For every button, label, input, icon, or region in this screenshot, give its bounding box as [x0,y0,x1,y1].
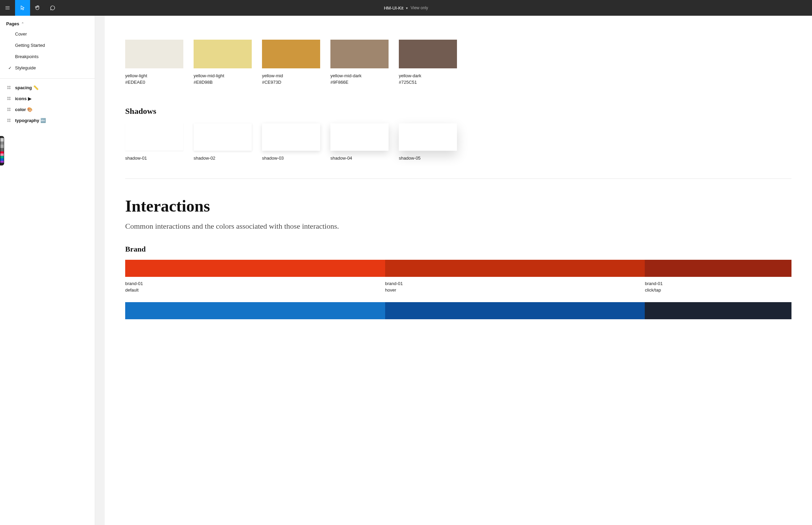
section-divider [125,178,791,179]
layer-label: typography 🔤 [15,118,46,123]
shadow-04[interactable]: shadow-04 [330,123,389,161]
layer-item-color[interactable]: color 🎨 [0,104,95,115]
brand-01-default[interactable]: brand-01 default [125,260,385,293]
pages-section: Pages ⌃ Cover Getting Started Breakpoint… [0,16,95,79]
brand-state: hover [385,287,645,293]
frame-icon [6,96,12,101]
color-chip [194,40,252,68]
shadow-box [262,123,320,151]
brand-01-hover[interactable]: brand-01 hover [385,260,645,293]
swatch-yellow-mid-light[interactable]: yellow-mid-light #E8D98B [194,40,252,85]
yellow-swatch-row: yellow-light #EDEAE0 yellow-mid-light #E… [125,40,791,85]
swatch-name: yellow-mid [262,73,320,78]
swatch-name: yellow-dark [399,73,457,78]
chevron-down-icon: ▾ [406,6,408,10]
comment-icon [50,5,56,11]
color-chip [399,40,457,68]
layer-item-typography[interactable]: typography 🔤 [0,115,95,126]
color-bar [645,302,791,319]
brand-row-1: brand-01 default brand-01 hover brand-01… [125,260,791,293]
workspace: Pages ⌃ Cover Getting Started Breakpoint… [0,16,812,525]
color-bar [645,260,791,277]
hamburger-icon [4,5,11,11]
brand-name: brand-01 [385,281,645,286]
menu-button[interactable] [0,0,15,16]
swatch-hex: #EDEAE0 [125,80,183,85]
left-sidebar: Pages ⌃ Cover Getting Started Breakpoint… [0,16,95,525]
color-chip [262,40,320,68]
shadow-row: shadow-01 shadow-02 shadow-03 shadow-04 … [125,123,791,161]
brand-heading: Brand [125,245,791,254]
color-bar [125,302,385,319]
shadow-05[interactable]: shadow-05 [399,123,457,161]
swatch-yellow-mid-dark[interactable]: yellow-mid-dark #9F866E [330,40,389,85]
color-chip [330,40,389,68]
page-label: Styleguide [15,65,36,70]
color-chip [125,40,183,68]
shadow-box [125,123,183,151]
page-label: Getting Started [15,43,45,48]
pages-header[interactable]: Pages ⌃ [0,19,95,28]
color-strip-widget[interactable] [0,136,4,165]
brand-02-hover[interactable] [385,302,645,319]
interactions-heading: Interactions [125,197,791,215]
chevron-up-icon: ⌃ [21,22,24,26]
shadow-name: shadow-04 [330,156,389,161]
swatch-hex: #E8D98B [194,80,252,85]
page-item-styleguide[interactable]: Styleguide [0,62,95,73]
move-tool-button[interactable] [15,0,30,16]
swatch-yellow-dark[interactable]: yellow-dark #725C51 [399,40,457,85]
layer-label: spacing 📏 [15,85,39,90]
swatch-hex: #CE973D [262,80,320,85]
document-title: HM-UI-Kit [384,5,403,11]
brand-row-2 [125,302,791,319]
color-bar [385,260,645,277]
shadow-02[interactable]: shadow-02 [194,123,252,161]
shadow-box [330,123,389,151]
page-label: Cover [15,31,27,37]
layer-label: icons ▶ [15,96,31,101]
canvas-frame: yellow-light #EDEAE0 yellow-mid-light #E… [105,16,812,525]
layer-item-icons[interactable]: icons ▶ [0,93,95,104]
interactions-subtitle: Common interactions and the colors assoc… [125,221,791,232]
document-title-group[interactable]: HM-UI-Kit ▾ View only [384,5,428,11]
swatch-name: yellow-mid-dark [330,73,389,78]
brand-01-click[interactable]: brand-01 click/tap [645,260,791,293]
color-bar [385,302,645,319]
page-label: Breakpoints [15,54,39,59]
shadow-01[interactable]: shadow-01 [125,123,183,161]
view-mode-label: View only [410,5,428,10]
color-bar [125,260,385,277]
layer-item-spacing[interactable]: spacing 📏 [0,82,95,93]
shadow-name: shadow-01 [125,156,183,161]
brand-02-default[interactable] [125,302,385,319]
swatch-yellow-light[interactable]: yellow-light #EDEAE0 [125,40,183,85]
brand-name: brand-01 [125,281,385,286]
shadow-name: shadow-05 [399,156,457,161]
topbar-left [0,0,60,16]
shadow-03[interactable]: shadow-03 [262,123,320,161]
page-item-cover[interactable]: Cover [0,28,95,40]
brand-02-click[interactable] [645,302,791,319]
swatch-yellow-mid[interactable]: yellow-mid #CE973D [262,40,320,85]
hand-tool-button[interactable] [30,0,45,16]
frame-icon [6,107,12,112]
layers-section: spacing 📏 icons ▶ color 🎨 typography 🔤 [0,79,95,129]
canvas-shell[interactable]: yellow-light #EDEAE0 yellow-mid-light #E… [95,16,812,525]
shadow-box [399,123,457,151]
brand-state: click/tap [645,287,791,293]
shadow-name: shadow-02 [194,156,252,161]
page-item-getting-started[interactable]: Getting Started [0,40,95,51]
cursor-icon [19,5,26,11]
swatch-hex: #725C51 [399,80,457,85]
brand-name: brand-01 [645,281,791,286]
shadow-name: shadow-03 [262,156,320,161]
brand-state: default [125,287,385,293]
shadows-heading: Shadows [125,107,791,116]
shadow-box [194,123,252,151]
comment-tool-button[interactable] [45,0,60,16]
frame-icon [6,118,12,123]
hand-icon [35,5,41,11]
page-item-breakpoints[interactable]: Breakpoints [0,51,95,62]
pages-label: Pages [6,21,19,26]
